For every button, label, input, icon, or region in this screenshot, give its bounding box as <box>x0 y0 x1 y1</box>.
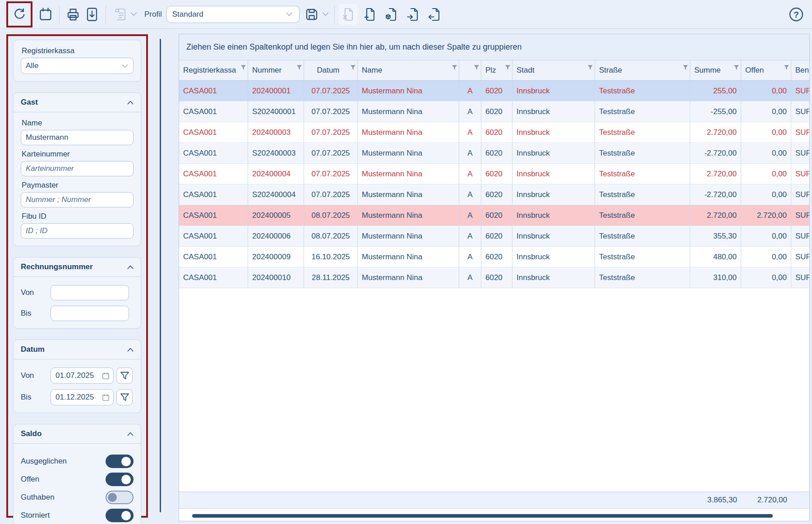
column-header-nummer[interactable]: Nummer <box>248 60 304 80</box>
datum-von-filter-button[interactable] <box>116 368 133 384</box>
saldo-title: Saldo <box>21 429 42 438</box>
gast-title: Gast <box>21 98 38 107</box>
table-row[interactable]: CASA001 202400010 28.11.2025 Mustermann … <box>179 267 809 288</box>
offen-toggle[interactable] <box>106 473 134 486</box>
table-row[interactable]: CASA001 202400005 08.07.2025 Mustermann … <box>179 205 809 226</box>
document-import-button[interactable] <box>404 4 423 25</box>
rechnungsnummer-bis-field[interactable] <box>51 306 129 321</box>
profile-select[interactable]: Standard <box>166 6 300 23</box>
table-row[interactable]: CASA001 202400001 07.07.2025 Mustermann … <box>179 81 809 101</box>
filter-funnel-icon[interactable] <box>350 64 356 70</box>
table-row[interactable]: CASA001 202400004 07.07.2025 Mustermann … <box>179 164 809 184</box>
datum-von-field[interactable]: 01.07.2025 <box>51 368 114 384</box>
column-header-datum[interactable]: Datum <box>304 60 358 80</box>
column-header-registrierkassa[interactable]: Registrierkassa <box>179 60 248 80</box>
column-header-offen[interactable]: Offen <box>741 60 791 80</box>
document-package-button[interactable] <box>382 4 401 25</box>
storniert-label: Storniert <box>21 511 50 520</box>
document-delete-icon <box>341 7 355 22</box>
storniert-toggle[interactable] <box>106 509 134 522</box>
chevron-down-icon[interactable] <box>321 12 330 16</box>
column-header-summe[interactable]: Summe <box>690 60 741 80</box>
column-header-strasse[interactable]: Straße <box>595 60 690 80</box>
datum-bis-field[interactable]: 01.12.2025 <box>51 389 114 405</box>
registrierkassa-select[interactable]: Alle <box>21 58 134 74</box>
grid-summary-row: 3.865,30 2.720,00 <box>179 492 809 509</box>
table-row[interactable]: CASA001 S202400001 07.07.2025 Mustermann… <box>179 101 809 122</box>
chevron-up-icon <box>127 101 134 105</box>
column-header-stadt[interactable]: Stadt <box>512 60 595 80</box>
fibu-id-field[interactable] <box>21 223 134 239</box>
filter-funnel-icon[interactable] <box>587 64 593 70</box>
rechnungsnummer-bis-label: Bis <box>21 309 51 318</box>
print-icon <box>66 7 80 22</box>
column-header-benutzer[interactable]: Benu <box>791 60 810 80</box>
filter-funnel-icon[interactable] <box>505 64 511 70</box>
gast-panel-header[interactable]: Gast <box>14 93 141 112</box>
help-button[interactable]: ? <box>787 4 806 25</box>
refresh-button[interactable] <box>10 4 29 25</box>
groupby-dropzone[interactable]: Ziehen Sie einen Spaltenkopf und legen S… <box>179 34 809 60</box>
rechnungsnummer-panel-header[interactable]: Rechnungsnummer <box>14 257 141 277</box>
column-header-plz[interactable]: Plz <box>481 60 512 80</box>
calendar-button[interactable] <box>36 4 55 25</box>
document-export-button[interactable] <box>425 4 444 25</box>
registrierkassa-select-value: Alle <box>26 61 38 70</box>
guthaben-toggle[interactable] <box>106 491 134 504</box>
table-row[interactable]: CASA001 202400009 16.10.2025 Mustermann … <box>179 247 809 267</box>
offen-label: Offen <box>21 475 39 484</box>
column-header-status[interactable] <box>459 60 481 80</box>
filter-funnel-icon[interactable] <box>240 64 246 70</box>
save-profile-button[interactable] <box>302 4 321 25</box>
table-row[interactable]: CASA001 202400006 08.07.2025 Mustermann … <box>179 226 809 247</box>
name-field[interactable] <box>21 130 134 145</box>
download-document-button[interactable] <box>83 4 102 25</box>
chevron-down-icon <box>285 12 294 16</box>
receipt-icon <box>112 7 127 22</box>
rechnungsnummer-von-label: Von <box>21 288 51 297</box>
filter-funnel-icon <box>120 393 129 402</box>
filter-funnel-icon[interactable] <box>734 64 739 70</box>
filter-funnel-icon[interactable] <box>683 64 688 70</box>
ausgeglichen-toggle[interactable] <box>106 455 134 468</box>
horizontal-scrollbar[interactable] <box>192 514 773 518</box>
filter-funnel-icon <box>120 371 129 380</box>
document-export-icon <box>428 7 442 22</box>
chevron-down-icon[interactable] <box>129 12 138 16</box>
saldo-panel-header[interactable]: Saldo <box>14 424 141 444</box>
karteinummer-label: Karteinummer <box>22 150 134 159</box>
registrierkassa-panel: Registrierkassa Alle <box>13 40 141 82</box>
registrierkassa-label: Registrierkassa <box>22 46 134 55</box>
datum-von-label: Von <box>21 371 51 380</box>
annotation-box-sidebar: Registrierkassa Alle Gast Name Karteinum… <box>6 34 148 518</box>
print-button[interactable] <box>64 4 83 25</box>
document-package-icon <box>384 7 399 22</box>
filter-funnel-icon[interactable] <box>474 64 480 70</box>
download-document-icon <box>85 7 99 22</box>
profile-select-value: Standard <box>172 10 203 19</box>
rechnungsnummer-von-field[interactable] <box>51 285 129 300</box>
summe-total: 3.865,30 <box>690 496 741 505</box>
chevron-up-icon <box>127 348 134 352</box>
toolbar-separator <box>334 5 335 23</box>
column-header-name[interactable]: Name <box>358 60 459 80</box>
filter-funnel-icon[interactable] <box>784 64 789 70</box>
datum-panel-header[interactable]: Datum <box>14 340 141 359</box>
filter-funnel-icon[interactable] <box>452 64 457 70</box>
datum-bis-filter-button[interactable] <box>116 389 133 405</box>
vertical-scrollbar[interactable] <box>160 39 161 512</box>
document-add-button[interactable] <box>360 4 379 25</box>
paymaster-label: Paymaster <box>22 181 134 190</box>
paymaster-field[interactable] <box>21 192 134 207</box>
calendar-icon[interactable] <box>102 394 110 401</box>
table-row[interactable]: CASA001 202400003 07.07.2025 Mustermann … <box>179 122 809 143</box>
offen-total: 2.720,00 <box>741 496 791 505</box>
table-row[interactable]: CASA001 S202400004 07.07.2025 Mustermann… <box>179 184 809 205</box>
karteinummer-field[interactable] <box>21 161 134 176</box>
ausgeglichen-label: Ausgeglichen <box>21 457 67 466</box>
table-row[interactable]: CASA001 S202400003 07.07.2025 Mustermann… <box>179 143 809 164</box>
receipt-button <box>110 4 129 25</box>
filter-funnel-icon[interactable] <box>296 64 302 70</box>
calendar-icon[interactable] <box>102 372 110 380</box>
datum-bis-value: 01.12.2025 <box>55 393 94 402</box>
